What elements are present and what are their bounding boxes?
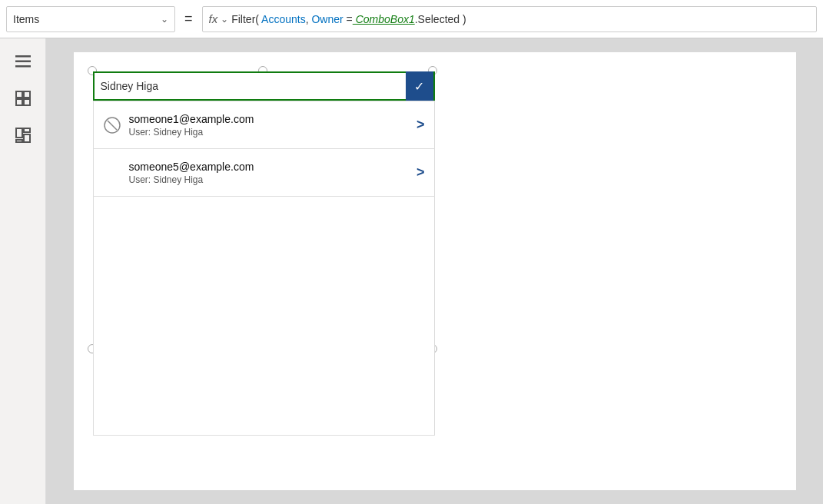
top-bar: Items ⌄ = fx ⌄ Filter( Accounts, Owner =… xyxy=(0,0,823,38)
formula-eq: = xyxy=(343,13,353,25)
formula-close-paren: ) xyxy=(460,13,466,25)
items-dropdown-label: Items xyxy=(13,13,154,25)
gallery-item-email-1: someone5@example.com xyxy=(129,161,416,173)
formula-chevron: ⌄ xyxy=(221,14,228,25)
gallery-item-user-0: User: Sidney Higa xyxy=(129,127,416,138)
gallery-empty-area xyxy=(94,197,434,435)
svg-rect-6 xyxy=(24,99,30,105)
items-dropdown[interactable]: Items ⌄ xyxy=(6,6,175,32)
formula-filter-keyword: Filter xyxy=(231,13,255,25)
svg-rect-5 xyxy=(16,99,22,105)
formula-accounts: Accounts xyxy=(259,13,306,25)
gallery-item-chevron-1[interactable]: > xyxy=(416,164,425,181)
canvas-area: Sidney Higa ✓ xyxy=(46,38,823,504)
formula-content: Filter( Accounts, Owner = ComboBox1.Sele… xyxy=(231,13,466,25)
combobox-checkmark-icon: ✓ xyxy=(414,79,424,94)
formula-combobox-ref: ComboBox1 xyxy=(353,13,415,25)
svg-rect-3 xyxy=(16,91,22,98)
formula-owner: Owner xyxy=(309,13,343,25)
item-icon-0 xyxy=(103,116,121,134)
gallery-item[interactable]: someone1@example.com User: Sidney Higa > xyxy=(94,101,434,149)
combobox[interactable]: Sidney Higa ✓ xyxy=(93,71,435,101)
formula-bar[interactable]: fx ⌄ Filter( Accounts, Owner = ComboBox1… xyxy=(202,6,817,32)
gallery-list: someone1@example.com User: Sidney Higa >… xyxy=(93,101,435,436)
fx-icon: fx xyxy=(209,12,218,25)
gallery-item-text-1: someone5@example.com User: Sidney Higa xyxy=(129,161,416,185)
combobox-value: Sidney Higa xyxy=(95,80,406,92)
svg-line-12 xyxy=(108,121,117,130)
hamburger-icon[interactable] xyxy=(12,51,34,72)
main-area: Sidney Higa ✓ xyxy=(0,38,823,504)
combobox-dropdown-button[interactable]: ✓ xyxy=(406,71,433,101)
gallery-widget: Sidney Higa ✓ xyxy=(93,71,435,436)
svg-rect-4 xyxy=(24,91,30,98)
sidebar xyxy=(0,38,46,504)
gallery-item[interactable]: someone5@example.com User: Sidney Higa > xyxy=(94,149,434,197)
gallery-item-chevron-0[interactable]: > xyxy=(416,117,425,133)
equals-sign: = xyxy=(181,11,196,27)
layers-icon[interactable] xyxy=(12,88,34,109)
app-canvas: Sidney Higa ✓ xyxy=(74,52,796,490)
svg-rect-0 xyxy=(15,55,31,58)
svg-rect-2 xyxy=(15,65,31,68)
svg-rect-1 xyxy=(15,61,31,63)
svg-rect-10 xyxy=(16,140,22,142)
items-dropdown-chevron: ⌄ xyxy=(161,14,168,25)
svg-rect-9 xyxy=(24,134,30,142)
dashboard-icon[interactable] xyxy=(12,124,34,146)
gallery-item-text-0: someone1@example.com User: Sidney Higa xyxy=(129,113,416,138)
formula-selected: .Selected xyxy=(415,13,460,25)
gallery-item-user-1: User: Sidney Higa xyxy=(129,174,416,185)
gallery-item-email-0: someone1@example.com xyxy=(129,113,416,125)
svg-rect-7 xyxy=(16,128,22,138)
svg-rect-8 xyxy=(24,128,30,132)
